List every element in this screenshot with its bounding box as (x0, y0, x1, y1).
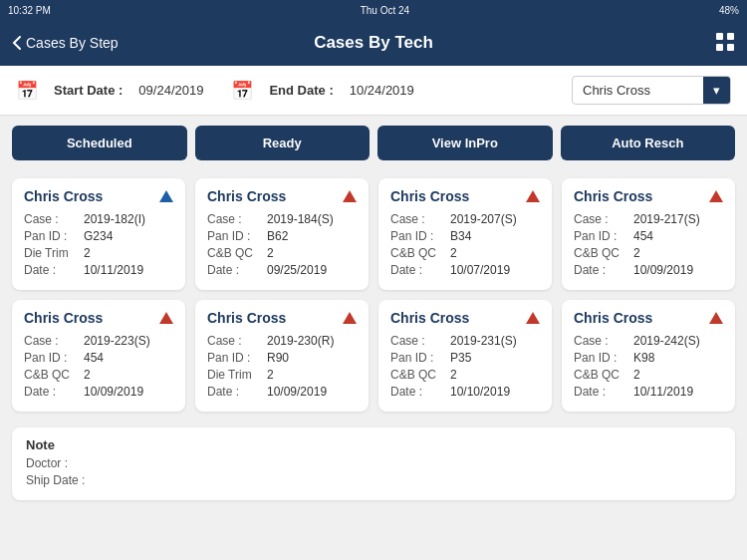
tab-ready[interactable]: Ready (195, 126, 371, 160)
svg-rect-1 (727, 33, 734, 40)
card-case-row: Case : 2019-184(S) (207, 212, 357, 226)
field3-label: C&B QC (390, 368, 450, 382)
page-title: Cases By Tech (314, 33, 433, 53)
card-tech-name: Chris Cross (390, 188, 469, 204)
card-item[interactable]: Chris Cross Case : 2019-182(I) Pan ID : … (12, 178, 185, 290)
field3-value: 2 (267, 368, 274, 382)
case-label: Case : (390, 334, 450, 348)
card-header: Chris Cross (390, 310, 540, 326)
case-label: Case : (24, 212, 84, 226)
card-item[interactable]: Chris Cross Case : 2019-184(S) Pan ID : … (195, 178, 369, 290)
card-header: Chris Cross (390, 188, 540, 204)
tab-auto-resch[interactable]: Auto Resch (561, 126, 736, 160)
field3-label: Die Trim (207, 368, 267, 382)
card-case-row: Case : 2019-217(S) (574, 212, 723, 226)
svg-rect-2 (716, 44, 723, 51)
grid-icon[interactable] (715, 32, 735, 55)
field3-value: 2 (633, 246, 640, 260)
back-label: Cases By Step (26, 35, 119, 51)
date-value: 10/09/2019 (633, 263, 693, 277)
card-header: Chris Cross (24, 310, 173, 326)
card-panid-row: Pan ID : 454 (24, 351, 173, 365)
card-header: Chris Cross (574, 188, 723, 204)
tech-filter[interactable]: Chris Cross ▾ (572, 76, 731, 105)
card-panid-row: Pan ID : 454 (574, 229, 723, 243)
card-date-row: Date : 10/09/2019 (24, 385, 173, 399)
tech-dropdown-button[interactable]: ▾ (703, 77, 730, 104)
card-item[interactable]: Chris Cross Case : 2019-242(S) Pan ID : … (562, 300, 735, 412)
case-label: Case : (390, 212, 450, 226)
card-item[interactable]: Chris Cross Case : 2019-231(S) Pan ID : … (378, 300, 552, 412)
case-value: 2019-223(S) (84, 334, 150, 348)
tech-dropdown[interactable]: Chris Cross ▾ (572, 76, 731, 105)
triangle-icon (343, 312, 357, 324)
case-value: 2019-217(S) (633, 212, 700, 226)
card-date-row: Date : 10/10/2019 (390, 385, 540, 399)
note-doctor-row: Doctor : (26, 456, 721, 470)
field3-value: 2 (633, 368, 640, 382)
card-item[interactable]: Chris Cross Case : 2019-230(R) Pan ID : … (195, 300, 369, 412)
date-label: Date : (390, 263, 450, 277)
triangle-icon (526, 312, 540, 324)
card-tech-name: Chris Cross (574, 188, 652, 204)
start-date-icon: 📅 (16, 80, 38, 102)
panid-value: P35 (450, 351, 471, 365)
card-date-row: Date : 10/09/2019 (574, 263, 723, 277)
field3-value: 2 (84, 368, 91, 382)
case-label: Case : (207, 334, 267, 348)
note-ship-date-row: Ship Date : (26, 473, 721, 487)
tab-view-inpro[interactable]: View InPro (377, 126, 553, 160)
date-label: Date : (390, 385, 450, 399)
case-value: 2019-184(S) (267, 212, 334, 226)
panid-value: 454 (633, 229, 653, 243)
date-label: Date : (24, 263, 84, 277)
case-value: 2019-242(S) (633, 334, 700, 348)
card-field3-row: C&B QC 2 (574, 368, 723, 382)
card-date-row: Date : 10/07/2019 (390, 263, 540, 277)
card-date-row: Date : 10/11/2019 (574, 385, 723, 399)
case-label: Case : (24, 334, 84, 348)
card-date-row: Date : 09/25/2019 (207, 263, 357, 277)
card-item[interactable]: Chris Cross Case : 2019-223(S) Pan ID : … (12, 300, 185, 412)
card-item[interactable]: Chris Cross Case : 2019-217(S) Pan ID : … (562, 178, 735, 290)
date-value: 10/10/2019 (450, 385, 510, 399)
card-field3-row: C&B QC 2 (207, 246, 357, 260)
status-bar: 10:32 PM Thu Oct 24 48% (0, 0, 747, 20)
card-case-row: Case : 2019-207(S) (390, 212, 540, 226)
back-button[interactable]: Cases By Step (12, 35, 119, 51)
status-day: Thu Oct 24 (361, 5, 409, 16)
date-label: Date : (574, 385, 633, 399)
filter-row: 📅 Start Date : 09/24/2019 📅 End Date : 1… (0, 66, 747, 116)
panid-label: Pan ID : (390, 229, 450, 243)
field3-label: C&B QC (574, 368, 633, 382)
tab-scheduled[interactable]: Scheduled (12, 126, 187, 160)
card-panid-row: Pan ID : B34 (390, 229, 540, 243)
card-date-row: Date : 10/09/2019 (207, 385, 357, 399)
card-header: Chris Cross (207, 310, 357, 326)
date-value: 10/11/2019 (633, 385, 693, 399)
field3-value: 2 (84, 246, 91, 260)
card-header: Chris Cross (24, 188, 173, 204)
date-value: 10/11/2019 (84, 263, 143, 277)
card-field3-row: Die Trim 2 (207, 368, 357, 382)
card-item[interactable]: Chris Cross Case : 2019-207(S) Pan ID : … (378, 178, 552, 290)
panid-value: R90 (267, 351, 289, 365)
card-case-row: Case : 2019-182(I) (24, 212, 173, 226)
card-date-row: Date : 10/11/2019 (24, 263, 173, 277)
panid-label: Pan ID : (207, 351, 267, 365)
panid-label: Pan ID : (574, 351, 633, 365)
card-panid-row: Pan ID : G234 (24, 229, 173, 243)
cards-grid: Chris Cross Case : 2019-182(I) Pan ID : … (0, 170, 747, 420)
field3-label: C&B QC (207, 246, 267, 260)
field3-value: 2 (450, 246, 457, 260)
svg-rect-0 (716, 33, 723, 40)
tech-selected-value: Chris Cross (573, 77, 703, 104)
card-field3-row: C&B QC 2 (24, 368, 173, 382)
field3-value: 2 (267, 246, 274, 260)
end-date-label: End Date : (269, 83, 333, 98)
panid-value: B34 (450, 229, 471, 243)
note-doctor-label: Doctor : (26, 456, 68, 470)
field3-value: 2 (450, 368, 457, 382)
chevron-down-icon: ▾ (713, 83, 720, 98)
card-case-row: Case : 2019-242(S) (574, 334, 723, 348)
